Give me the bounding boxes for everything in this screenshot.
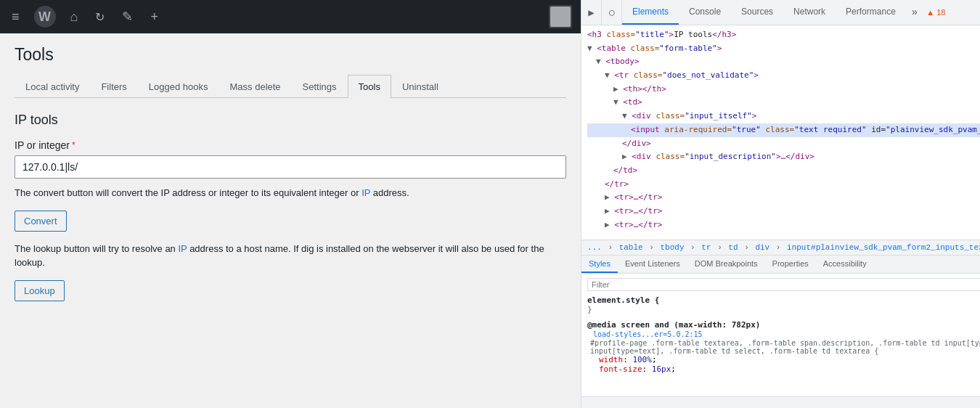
devtools-tab-network[interactable]: Network <box>783 0 836 25</box>
tree-line: </div> <box>587 137 980 151</box>
section-title: IP tools <box>15 113 566 128</box>
ip-input[interactable] <box>15 155 566 179</box>
lookup-help-text: The lookup button will try to resolve an… <box>15 242 566 270</box>
tab-settings[interactable]: Settings <box>292 75 348 98</box>
wp-admin-panel: ≡ W ⌂ ↻ ✎ + Tools Local activity Filters… <box>0 0 581 408</box>
page-content: Tools Local activity Filters Logged hook… <box>0 33 581 408</box>
tab-event-listeners[interactable]: Event Listeners <box>618 256 687 273</box>
tab-dom-breakpoints[interactable]: DOM Breakpoints <box>687 256 765 273</box>
tab-mass-delete[interactable]: Mass delete <box>219 75 292 98</box>
tree-line: ▼ <td> <box>587 96 980 110</box>
style-rule-element: element.style { } <box>587 295 980 314</box>
tree-line: ▶ <tr>…</tr> <box>587 191 980 205</box>
field-label: IP or integer * <box>15 139 566 151</box>
tab-properties[interactable]: Properties <box>765 256 816 273</box>
tree-line: ▶ <tr>…</tr> <box>587 219 980 232</box>
tab-local-activity[interactable]: Local activity <box>15 75 90 98</box>
tree-line: <h3 class="title">IP tools</h3> <box>587 28 980 42</box>
devtools-tab-elements[interactable]: Elements <box>622 0 679 25</box>
devtools-tab-sources[interactable]: Sources <box>731 0 783 25</box>
refresh-icon[interactable]: ↻ <box>92 7 107 27</box>
home-icon[interactable]: ⌂ <box>68 7 81 28</box>
tree-line: ▼ <table class="form-table"> <box>587 42 980 56</box>
devtools-tab-performance[interactable]: Performance <box>836 0 906 25</box>
required-indicator: * <box>72 140 75 150</box>
tree-line: ▼ <div class="input_itself"> <box>587 110 980 123</box>
warning-badge: ▲ 18 <box>926 8 945 17</box>
admin-top-bar: ≡ W ⌂ ↻ ✎ + <box>0 0 581 33</box>
inspect-icon[interactable]: ▶ <box>581 0 602 25</box>
bc-div[interactable]: div <box>755 243 769 252</box>
avatar <box>550 7 571 27</box>
bc-td[interactable]: td <box>728 243 738 252</box>
styles-filter-input[interactable] <box>587 278 980 291</box>
style-rule-media: @media screen and (max-width: 782px) loa… <box>587 320 980 374</box>
filter-bar: :hov .cls + <box>587 278 980 291</box>
new-item-icon[interactable]: + <box>147 7 161 28</box>
tree-line: ▼ <tbody> <box>587 55 980 69</box>
convert-button[interactable]: Convert <box>15 211 67 232</box>
page-title: Tools <box>15 45 566 65</box>
comment-icon[interactable]: ✎ <box>119 6 136 28</box>
devtools-topbar: ▶ ◯ Elements Console Sources Network Per… <box>581 0 980 25</box>
bc-ellipsis[interactable]: ... <box>587 243 602 252</box>
user-avatar-container[interactable] <box>549 5 572 28</box>
tab-accessibility[interactable]: Accessibility <box>816 256 874 273</box>
tab-tools[interactable]: Tools <box>348 75 391 98</box>
tab-filters[interactable]: Filters <box>90 75 137 98</box>
wp-logo[interactable]: W <box>34 6 56 28</box>
bc-tbody[interactable]: tbody <box>660 243 684 252</box>
tab-logged-hooks[interactable]: Logged hooks <box>138 75 219 98</box>
breadcrumb-bar: ... › table › tbody › tr › td › div › in… <box>581 240 980 256</box>
lookup-button[interactable]: Lookup <box>15 280 65 301</box>
tree-line: </tr> <box>587 178 980 192</box>
bc-table[interactable]: table <box>619 243 643 252</box>
tab-styles[interactable]: Styles <box>581 256 618 273</box>
html-tree: <h3 class="title">IP tools</h3> ▼ <table… <box>581 25 980 240</box>
devtools-tabs: Elements Console Sources Network Perform… <box>622 0 980 25</box>
styles-content: :hov .cls + element.style { } @media scr… <box>581 274 980 396</box>
devtools-content: <h3 class="title">IP tools</h3> ▼ <table… <box>581 25 980 408</box>
tree-line: </td> <box>587 164 980 178</box>
devtools-panel: ▶ ◯ Elements Console Sources Network Per… <box>581 0 980 408</box>
tree-line: ▶ <th></th> <box>587 83 980 97</box>
styles-tabs: Styles Event Listeners DOM Breakpoints P… <box>581 256 980 274</box>
bc-tr[interactable]: tr <box>701 243 711 252</box>
styles-left: :hov .cls + element.style { } @media scr… <box>581 274 980 396</box>
device-icon[interactable]: ◯ <box>602 0 622 25</box>
style-link[interactable]: load-styles...er=5.0.2:15 <box>593 330 703 338</box>
menu-toggle-icon[interactable]: ≡ <box>9 7 23 28</box>
tree-line: ▶ <tr>…</tr> <box>587 205 980 219</box>
tree-line: ▶ <div class="input_description">…</div> <box>587 150 980 164</box>
styles-area: Styles Event Listeners DOM Breakpoints P… <box>581 256 980 408</box>
status-bar: https://i... <box>581 396 980 408</box>
devtools-tab-console[interactable]: Console <box>679 0 731 25</box>
tabs-nav: Local activity Filters Logged hooks Mass… <box>15 75 566 98</box>
more-tabs-icon[interactable]: » <box>906 7 923 18</box>
tree-line-selected[interactable]: <input aria-required="true" class="text … <box>587 123 980 137</box>
tab-uninstall[interactable]: Uninstall <box>391 75 449 98</box>
tree-line: ▼ <tr class="does_not_validate"> <box>587 69 980 83</box>
bc-input[interactable]: input#plainview_sdk_pvam_form2_inputs_te… <box>787 243 980 252</box>
convert-help-text: The convert button will convert the IP a… <box>15 186 566 200</box>
